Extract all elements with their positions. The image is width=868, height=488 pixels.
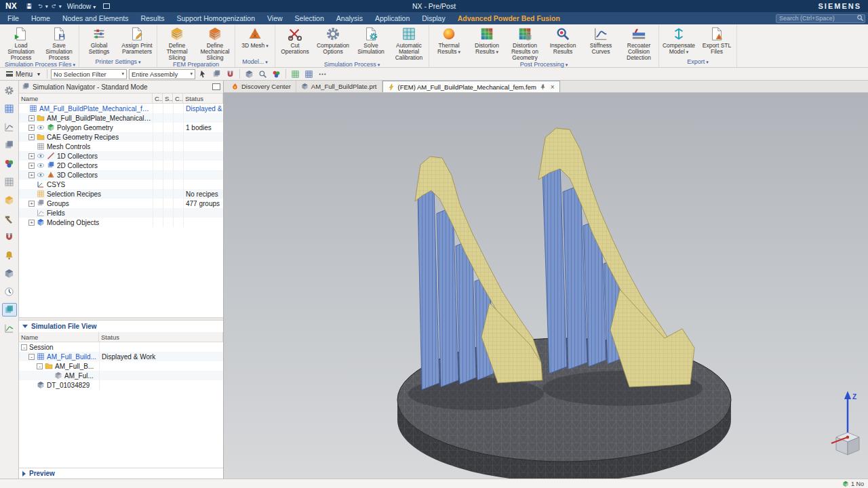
column-name[interactable]: Name [19, 94, 153, 103]
color-legend-icon[interactable] [2, 157, 17, 170]
column-c2[interactable]: S.. [163, 94, 173, 103]
alerts-bell-icon[interactable] [2, 248, 17, 262]
visibility-eye-icon[interactable] [37, 171, 45, 179]
reports-icon[interactable] [2, 321, 17, 335]
table-row[interactable]: - AM_Full_Build... Displayed & Work [19, 352, 223, 361]
ribbon-group-label[interactable]: Simulation Process Files [2, 61, 78, 68]
tab-selection[interactable]: Selection [289, 14, 330, 23]
expander-icon[interactable] [28, 144, 35, 150]
history-clock-icon[interactable] [2, 285, 17, 298]
selection-scope-dropdown[interactable]: Entire Assembly▾ [129, 69, 195, 79]
panel-window-icon[interactable] [212, 83, 220, 90]
search-input[interactable] [776, 14, 865, 23]
column-c3[interactable]: C.. [173, 94, 183, 103]
tab-analysis[interactable]: Analysis [330, 14, 369, 23]
snap-icon[interactable] [2, 230, 17, 243]
parts-library-icon[interactable] [2, 193, 17, 207]
expander-icon[interactable]: + [28, 172, 35, 178]
redo-icon[interactable] [51, 1, 62, 11]
computation-options-button[interactable]: Computation Options [314, 25, 352, 55]
view-manager-icon[interactable] [2, 175, 17, 188]
layers-panel-icon[interactable] [2, 303, 17, 317]
expander-icon[interactable]: - [37, 363, 43, 369]
global-settings-button[interactable]: Global Settings [80, 25, 118, 55]
post-processing-navigator-icon[interactable] [2, 120, 17, 134]
tab-view[interactable]: View [261, 14, 289, 23]
menu-button[interactable]: Menu [3, 70, 43, 78]
expander-icon[interactable]: - [28, 354, 35, 360]
more-commands-icon[interactable] [317, 68, 328, 79]
table-row[interactable]: DT_01034829 [19, 380, 223, 390]
pin-icon[interactable] [539, 83, 547, 91]
assembly-navigator-icon[interactable] [2, 138, 17, 152]
distortion-results-on-geometry-button[interactable]: Distortion Results on Geometry [506, 25, 544, 61]
ribbon-group-label[interactable]: Post Processing [430, 61, 658, 68]
tab-application[interactable]: Application [369, 14, 416, 23]
table-row[interactable]: Selection Recipes No recipes [19, 189, 223, 199]
window-menu[interactable]: Window [63, 3, 100, 10]
table-row[interactable]: Mesh Controls [19, 142, 223, 151]
column-c1[interactable]: C.. [153, 94, 163, 103]
expander-icon[interactable]: + [28, 153, 35, 159]
simulation-navigator-icon[interactable] [2, 102, 17, 115]
tab-nodes-and-elements[interactable]: Nodes and Elements [56, 14, 134, 23]
table-row[interactable]: Fields [19, 208, 223, 218]
screenshot-icon[interactable] [101, 1, 112, 11]
mesh-display-icon[interactable] [290, 68, 301, 79]
column-name[interactable]: Name [19, 332, 99, 342]
save-icon[interactable] [24, 1, 35, 11]
visibility-eye-icon[interactable] [37, 152, 45, 160]
expander-icon[interactable]: + [28, 163, 35, 169]
select-cursor-icon[interactable] [197, 68, 209, 79]
expander-icon[interactable]: + [28, 220, 35, 226]
visibility-eye-icon[interactable] [37, 123, 45, 131]
tools-icon[interactable] [2, 211, 17, 225]
assign-print-parameters-button[interactable]: Assign Print Parameters [118, 25, 156, 55]
simulation-file-view-header[interactable]: Simulation File View [19, 321, 223, 332]
tab-buildplate-part[interactable]: AM_Full_BuildPlate.prt [296, 81, 382, 92]
compensate-model-button[interactable]: Compensate Model [660, 25, 698, 55]
expander-icon[interactable] [28, 382, 35, 388]
inspection-results-button[interactable]: Inspection Results [544, 25, 582, 55]
automatic-material-calibration-button[interactable]: Automatic Material Calibration [390, 25, 428, 61]
solve-simulation-button[interactable]: Solve Simulation [352, 25, 390, 55]
grid-toggle-icon[interactable] [303, 68, 315, 79]
package-icon[interactable] [2, 266, 17, 280]
ribbon-group-label[interactable]: Model... [236, 58, 274, 67]
preview-section-header[interactable]: Preview [19, 468, 223, 479]
ribbon-group-label[interactable]: Export [660, 58, 736, 67]
ribbon-group-label[interactable]: FEM Preparation [158, 61, 234, 68]
expander-icon[interactable]: + [28, 125, 35, 131]
3d-viewport[interactable]: Z [224, 93, 868, 479]
column-status[interactable]: Status [99, 332, 223, 342]
stiffness-curves-button[interactable]: Stiffness Curves [582, 25, 620, 55]
thermal-results-button[interactable]: Thermal Results [430, 25, 468, 55]
tab-file[interactable]: File [1, 14, 25, 23]
tab-fem-file[interactable]: (FEM) AM_Full_BuildPlate_Mechanical_fem.… [382, 81, 560, 92]
table-row[interactable]: CSYS [19, 180, 223, 189]
table-row[interactable]: - AM_Full_B... [19, 361, 223, 371]
export-stl-files-button[interactable]: Export STL Files [698, 25, 736, 55]
tab-support-homogenization[interactable]: Support Homogenization [170, 14, 261, 23]
table-row[interactable]: AM_Ful... [19, 371, 223, 380]
paint-display-icon[interactable] [271, 68, 282, 79]
expander-icon[interactable] [28, 182, 35, 188]
define-thermal-slicing-button[interactable]: Define Thermal Slicing [158, 25, 196, 61]
close-tab-icon[interactable]: × [551, 83, 555, 91]
table-row[interactable]: + Modeling Objects [19, 218, 223, 227]
expander-icon[interactable] [46, 373, 52, 379]
table-row[interactable]: + Polygon Geometry 1 bodies [19, 123, 223, 132]
tab-results[interactable]: Results [134, 14, 170, 23]
expander-icon[interactable]: + [28, 115, 35, 121]
tab-discovery-center[interactable]: Discovery Center [226, 81, 296, 92]
expander-icon[interactable] [28, 210, 35, 216]
distortion-results-button[interactable]: Distortion Results [468, 25, 506, 55]
settings-gear-icon[interactable] [2, 83, 17, 97]
snap-point-icon[interactable] [224, 68, 236, 79]
expander-icon[interactable]: + [28, 201, 35, 207]
table-row[interactable]: + 3D Collectors [19, 170, 223, 180]
visibility-eye-icon[interactable] [37, 161, 45, 169]
ribbon-group-label[interactable]: Simulation Process [276, 61, 428, 68]
table-row[interactable]: + Groups 477 groups [19, 199, 223, 208]
table-row[interactable]: - Session [19, 342, 223, 352]
